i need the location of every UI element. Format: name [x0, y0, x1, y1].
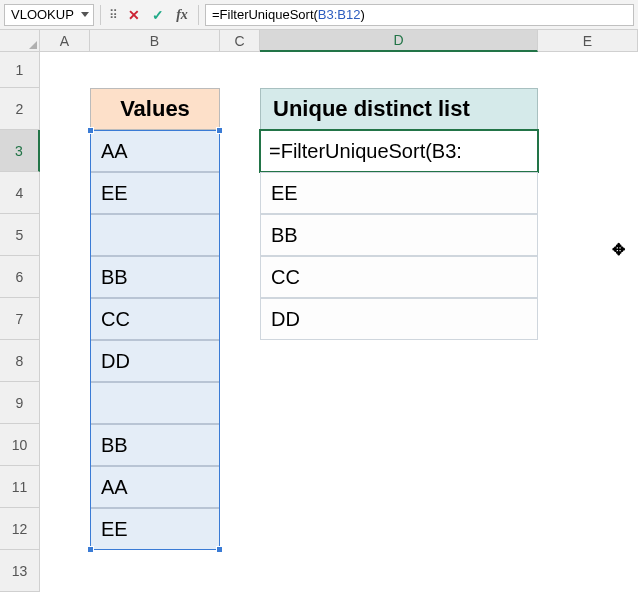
separator [100, 5, 101, 25]
row-header-4[interactable]: 4 [0, 172, 40, 214]
values-cell-b9[interactable] [90, 382, 220, 424]
active-edit-cell[interactable]: =FilterUniqueSort(B3: [259, 129, 539, 173]
chevron-down-icon[interactable] [81, 12, 89, 17]
values-header[interactable]: Values [90, 88, 220, 130]
values-cell-b8[interactable]: DD [90, 340, 220, 382]
row-headers: 1 2 3 4 5 6 7 8 9 10 11 12 13 [0, 52, 40, 592]
row-header-8[interactable]: 8 [0, 340, 40, 382]
row-header-10[interactable]: 10 [0, 424, 40, 466]
row-header-7[interactable]: 7 [0, 298, 40, 340]
col-header-D[interactable]: D [260, 30, 538, 52]
spreadsheet-grid: A B C D E 1 2 3 4 5 6 7 8 9 10 11 12 13 … [0, 30, 638, 597]
formula-bar: VLOOKUP ⠿ ✕ ✓ fx =FilterUniqueSort(B3:B1… [0, 0, 638, 30]
values-cell-b12[interactable]: EE [90, 508, 220, 550]
values-cell-b11[interactable]: AA [90, 466, 220, 508]
row-header-11[interactable]: 11 [0, 466, 40, 508]
col-header-A[interactable]: A [40, 30, 90, 52]
values-cell-b7[interactable]: CC [90, 298, 220, 340]
unique-cell-d4[interactable]: EE [260, 172, 538, 214]
cursor-cross-icon: ✥ [612, 240, 625, 259]
formula-text-suffix: ) [361, 7, 365, 22]
unique-cell-d7[interactable]: DD [260, 298, 538, 340]
row-header-3[interactable]: 3 [0, 130, 40, 172]
row-header-2[interactable]: 2 [0, 88, 40, 130]
values-cell-b6[interactable]: BB [90, 256, 220, 298]
row-header-9[interactable]: 9 [0, 382, 40, 424]
col-header-B[interactable]: B [90, 30, 220, 52]
unique-list-header[interactable]: Unique distinct list [260, 88, 538, 130]
row-header-1[interactable]: 1 [0, 52, 40, 88]
row-header-12[interactable]: 12 [0, 508, 40, 550]
col-header-C[interactable]: C [220, 30, 260, 52]
row-header-5[interactable]: 5 [0, 214, 40, 256]
name-box-value: VLOOKUP [11, 7, 74, 22]
values-cell-b5[interactable] [90, 214, 220, 256]
dots-icon: ⠿ [107, 8, 120, 22]
values-cell-b3[interactable]: AA [90, 130, 220, 172]
unique-cell-d6[interactable]: CC [260, 256, 538, 298]
row-header-6[interactable]: 6 [0, 256, 40, 298]
unique-cell-d5[interactable]: BB [260, 214, 538, 256]
values-cell-b4[interactable]: EE [90, 172, 220, 214]
formula-range-text: B3:B12 [318, 7, 361, 22]
separator [198, 5, 199, 25]
col-header-E[interactable]: E [538, 30, 638, 52]
row-header-13[interactable]: 13 [0, 550, 40, 592]
formula-text-prefix: =FilterUniqueSort( [212, 7, 318, 22]
values-cell-b10[interactable]: BB [90, 424, 220, 466]
select-all-corner[interactable] [0, 30, 40, 52]
formula-input[interactable]: =FilterUniqueSort(B3:B12) [205, 4, 634, 26]
fx-button[interactable]: fx [172, 5, 192, 25]
column-headers: A B C D E [0, 30, 638, 52]
cancel-button[interactable]: ✕ [124, 5, 144, 25]
name-box[interactable]: VLOOKUP [4, 4, 94, 26]
accept-button[interactable]: ✓ [148, 5, 168, 25]
